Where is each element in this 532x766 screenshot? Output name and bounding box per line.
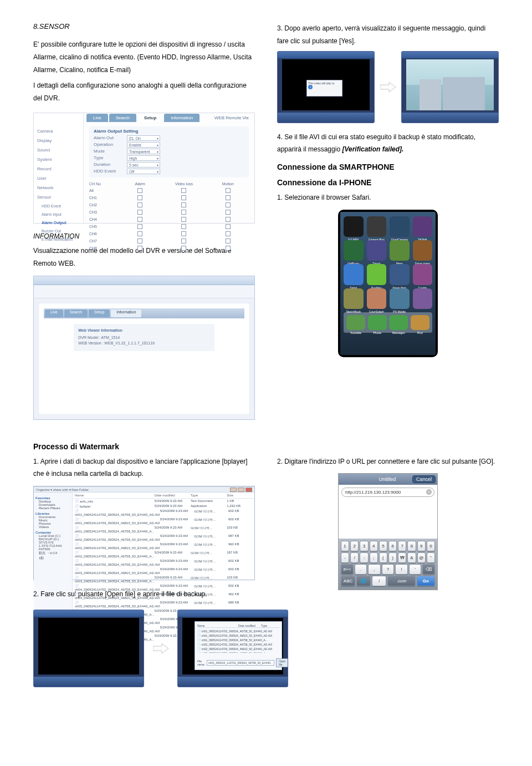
checkbox[interactable] — [181, 224, 186, 229]
key[interactable]: 1 — [341, 541, 349, 551]
file-row[interactable]: ch03_090524114703_090524_46758_50_EX440_… — [73, 575, 254, 584]
ecol-type[interactable]: Type — [191, 494, 227, 497]
key[interactable]: / — [372, 576, 386, 586]
app-icon[interactable]: Camera Plus — [367, 216, 387, 237]
key[interactable]: #+= — [341, 564, 354, 575]
key[interactable]: - — [341, 552, 349, 563]
checkbox[interactable] — [226, 217, 231, 222]
app-icon[interactable]: SketchBook — [344, 288, 364, 309]
side-network[interactable]: Network — [37, 183, 80, 192]
file-row[interactable]: 📄 ch01_090524114703_090524_46758_50_EX44… — [197, 638, 279, 642]
key[interactable]: @ — [417, 552, 426, 563]
key[interactable]: .com — [387, 576, 415, 586]
key[interactable]: Go — [417, 576, 435, 586]
checkbox[interactable] — [137, 224, 142, 229]
tab-setup[interactable]: Setup — [137, 114, 163, 122]
key[interactable]: 9 — [417, 541, 426, 551]
key[interactable]: ; — [370, 552, 378, 563]
dock-icon[interactable]: Kontakte — [346, 315, 365, 330]
clear-icon[interactable]: × — [426, 489, 432, 495]
key[interactable]: 0 — [427, 541, 435, 551]
file-row[interactable]: 📄 ch02_090524114703_090524_46758_50_EX44… — [197, 651, 279, 653]
side-email[interactable]: E-mail Notification — [37, 235, 80, 244]
key[interactable]: 7 — [398, 541, 406, 551]
tab-live[interactable]: Live — [86, 114, 108, 122]
checkbox[interactable] — [137, 231, 142, 236]
key[interactable]: 4 — [370, 541, 378, 551]
key[interactable]: ⌫ — [422, 564, 435, 575]
file-row[interactable]: avfs_info5/24/2009 9:23 AMText Document1… — [73, 499, 254, 504]
key[interactable]: . — [355, 564, 367, 575]
info-tab-information[interactable]: Information — [111, 310, 141, 317]
sel-duration[interactable]: 5 sec — [127, 162, 160, 168]
checkbox[interactable] — [137, 217, 142, 222]
checkbox[interactable] — [181, 231, 186, 236]
window-buttons[interactable] — [230, 488, 252, 492]
open-file-button[interactable]: Open file — [276, 658, 288, 667]
app-icon[interactable]: GelBooru — [344, 240, 364, 261]
side-display[interactable]: Display — [37, 136, 80, 145]
side-sensor[interactable]: Sensor — [37, 192, 80, 202]
key[interactable]: / — [350, 552, 359, 563]
side-user[interactable]: User — [37, 174, 80, 183]
file-row[interactable]: 📄 ch01_090524114702_090524_46758_50_EX44… — [197, 629, 279, 633]
key[interactable]: 🌐 — [356, 576, 371, 586]
checkbox[interactable] — [137, 246, 142, 251]
checkbox[interactable] — [226, 195, 231, 200]
key[interactable]: 2 — [350, 541, 359, 551]
file-row[interactable]: ch02_090524114703_090524_46758_50_EX440_… — [73, 550, 254, 559]
app-icon[interactable]: TiltShift — [413, 216, 433, 237]
info-tab-setup[interactable]: Setup — [89, 310, 110, 317]
key[interactable]: ) — [388, 552, 397, 563]
checkbox[interactable] — [181, 217, 186, 222]
app-icon[interactable]: Coolris — [413, 264, 433, 285]
file-row[interactable]: ch02_090524114703_090524_46810_50_EX440_… — [73, 542, 254, 550]
checkbox[interactable] — [226, 231, 231, 236]
checkbox[interactable] — [137, 202, 142, 207]
key[interactable]: ₩ — [398, 552, 406, 563]
info-tab-live[interactable]: Live — [45, 310, 63, 317]
key[interactable]: ! — [395, 564, 408, 575]
sel-hdd-event[interactable]: Off — [127, 169, 160, 174]
ecol-date[interactable]: Date modified — [155, 494, 191, 497]
dock-icon[interactable]: Messages — [389, 315, 408, 330]
checkbox[interactable] — [137, 195, 142, 200]
explorer-toolbar[interactable]: Organize ▾ share with ▾ New Folder — [34, 487, 254, 493]
file-row[interactable]: ch01_090524114703_090524_46758_50_EX440_… — [73, 525, 254, 534]
tab-search[interactable]: Search — [109, 114, 136, 122]
file-row[interactable]: 📄 ch02_090524114703_090524_46810_50_EX44… — [197, 647, 279, 651]
side-videos[interactable]: Videos — [35, 525, 70, 529]
checkbox[interactable] — [181, 246, 186, 251]
sel-alarm-out[interactable]: 01. On — [127, 135, 160, 141]
key[interactable]: 8 — [407, 541, 416, 551]
side-buzzer[interactable]: Buzzer Out — [37, 227, 80, 235]
app-icon[interactable]: QuadCamera — [390, 216, 410, 237]
side-camera[interactable]: Camera — [37, 126, 80, 136]
sel-mode[interactable]: Transparent — [127, 149, 160, 154]
side-record[interactable]: Record — [37, 164, 80, 174]
confirm-dialog[interactable]: This video will play to i — [306, 80, 342, 97]
key[interactable]: , — [368, 564, 381, 575]
key[interactable]: 3 — [360, 541, 368, 551]
checkbox[interactable] — [181, 195, 186, 200]
dock-icon[interactable]: Phone — [368, 315, 387, 330]
key[interactable]: ( — [379, 552, 387, 563]
url-field[interactable]: http://211.219.130.123:9000 × — [341, 488, 434, 497]
side-alarm-output[interactable]: Alarm Output — [37, 219, 80, 227]
side-pen[interactable]: 勤況 ・H:C4 — [35, 551, 70, 556]
open-file-dialog[interactable]: Name Date modified Type 📄 ch01_090524114… — [195, 621, 282, 670]
side-recent[interactable]: Recent Places — [35, 506, 70, 510]
key[interactable]: ? — [382, 564, 395, 575]
app-icon[interactable]: ColorSplash — [367, 288, 387, 309]
side-alarm-input[interactable]: Alarm Input — [37, 210, 80, 219]
file-row[interactable]: ch02_090524114702_090524_46758_50_EX440_… — [73, 534, 254, 542]
checkbox[interactable] — [137, 239, 142, 244]
sel-type[interactable]: High — [127, 155, 160, 161]
key[interactable]: ' — [409, 564, 422, 575]
app-icon[interactable]: Tripod — [367, 240, 387, 261]
checkbox[interactable] — [226, 224, 231, 229]
side-system[interactable]: System — [37, 155, 80, 164]
checkbox[interactable] — [226, 239, 231, 244]
open-file-field[interactable]: ch01_090524_114702_090524_46758_50_EX440… — [207, 660, 274, 666]
app-icon[interactable]: PS Mobile — [390, 288, 410, 309]
